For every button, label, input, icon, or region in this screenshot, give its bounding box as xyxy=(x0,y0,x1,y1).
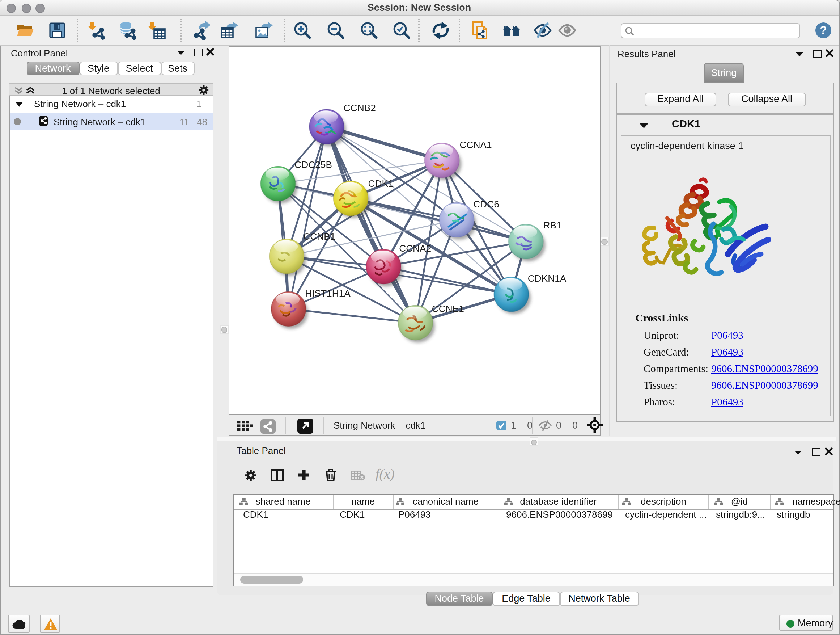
svg-text:CDC25B: CDC25B xyxy=(294,159,332,170)
svg-text:CCNB2: CCNB2 xyxy=(343,102,376,113)
svg-text:CDK1: CDK1 xyxy=(368,178,393,188)
svg-text:CCNA2: CCNA2 xyxy=(399,242,431,253)
svg-text:CCNE1: CCNE1 xyxy=(431,303,464,314)
svg-text:CDC6: CDC6 xyxy=(473,198,499,209)
svg-text:RB1: RB1 xyxy=(543,219,561,230)
svg-text:CCNA1: CCNA1 xyxy=(459,139,492,150)
svg-text:CDKN1A: CDKN1A xyxy=(527,272,566,283)
svg-text:HIST1H1A: HIST1H1A xyxy=(305,287,350,298)
svg-text:CCNB1: CCNB1 xyxy=(303,231,335,241)
